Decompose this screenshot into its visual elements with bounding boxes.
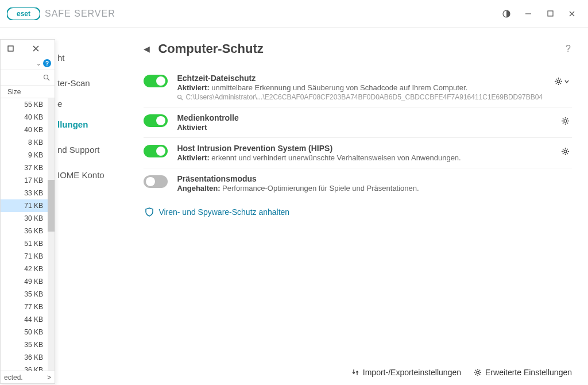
row-gear-button[interactable] <box>559 114 572 128</box>
explorer-list-item[interactable]: 49 KB <box>1 275 48 288</box>
explorer-list-item[interactable]: 36 KB <box>1 351 48 364</box>
svg-text:eset: eset <box>17 10 30 18</box>
explorer-list-item[interactable]: 33 KB <box>1 187 48 199</box>
explorer-list-item[interactable]: 37 KB <box>1 161 48 174</box>
help-button[interactable]: ? <box>566 44 571 54</box>
toggle-switch[interactable] <box>144 75 168 87</box>
svg-point-11 <box>564 150 567 153</box>
toggle-switch[interactable] <box>144 145 168 157</box>
setting-row: Host Intrusion Prevention System (HIPS)A… <box>144 138 572 168</box>
content: ◀ Computer-Schutz ? Echtzeit-Dateischutz… <box>127 28 588 385</box>
explorer-list-item[interactable]: 30 KB <box>1 212 48 225</box>
explorer-list-item[interactable]: 36 KB <box>1 364 48 371</box>
explorer-statusbar: ected. > <box>1 371 55 383</box>
explorer-list-item[interactable]: 50 KB <box>1 326 48 338</box>
row-title: Präsentationsmodus <box>177 174 572 183</box>
row-title: Echtzeit-Dateischutz <box>177 74 543 83</box>
explorer-list-item[interactable]: 44 KB <box>1 313 48 326</box>
explorer-list-item[interactable]: 35 KB <box>1 288 48 301</box>
gear-icon <box>474 368 482 376</box>
setting-row: MedienkontrolleAktiviert <box>144 107 572 138</box>
row-gear-button[interactable] <box>559 145 572 158</box>
contrast-icon[interactable] <box>502 9 511 18</box>
svg-point-10 <box>564 120 567 122</box>
scrollbar-thumb[interactable] <box>48 180 55 232</box>
explorer-list-item[interactable]: 35 KB <box>1 338 48 351</box>
explorer-list-item[interactable]: 77 KB <box>1 301 48 313</box>
explorer-list-item[interactable]: 42 KB <box>1 263 48 275</box>
explorer-list-item[interactable]: 40 KB <box>1 124 48 136</box>
app-logo: eset SAFE SERVER <box>7 7 115 20</box>
explorer-list-item[interactable]: 71 KB <box>1 199 48 212</box>
svg-point-12 <box>477 371 479 374</box>
svg-point-9 <box>557 80 560 83</box>
toggle-switch[interactable] <box>144 114 168 127</box>
page-title: Computer-Schutz <box>158 41 263 56</box>
import-export-button[interactable]: Import-/Exporteinstellungen <box>351 368 461 377</box>
explorer-list-item[interactable]: 40 KB <box>1 111 48 124</box>
explorer-help-icon[interactable]: ? <box>43 59 51 67</box>
explorer-search[interactable] <box>1 70 55 86</box>
row-desc: Angehalten: Performance-Optimierungen fü… <box>177 184 572 192</box>
shield-icon <box>145 207 154 217</box>
row-gear-button[interactable] <box>552 75 572 88</box>
svg-point-16 <box>44 75 48 79</box>
explorer-list-item[interactable]: 71 KB <box>1 250 48 263</box>
row-title: Medienkontrolle <box>177 113 550 122</box>
toggle-switch[interactable] <box>144 175 168 188</box>
app-name: SAFE SERVER <box>45 9 115 19</box>
explorer-list-item[interactable]: 55 KB <box>1 98 48 111</box>
explorer-restore-icon[interactable] <box>6 44 14 52</box>
back-button[interactable]: ◀ <box>144 44 150 53</box>
scrollbar-track[interactable] <box>48 98 55 371</box>
explorer-list: 55 KB40 KB40 KB8 KB9 KB37 KB17 KB33 KB71… <box>1 98 55 371</box>
setting-row: Echtzeit-DateischutzAktiviert: unmittelb… <box>144 68 572 107</box>
explorer-close-icon[interactable] <box>32 44 40 52</box>
import-export-icon <box>351 368 359 376</box>
advanced-settings-button[interactable]: Erweiterte Einstellungen <box>474 368 572 377</box>
explorer-list-item[interactable]: 9 KB <box>1 149 48 161</box>
explorer-list-item[interactable]: 17 KB <box>1 174 48 187</box>
titlebar: eset SAFE SERVER <box>0 0 588 28</box>
eset-logo-icon: eset <box>7 7 40 20</box>
svg-line-17 <box>48 79 49 80</box>
explorer-list-item[interactable]: 36 KB <box>1 225 48 237</box>
close-button[interactable] <box>567 9 577 18</box>
row-desc: Aktiviert <box>177 123 550 132</box>
svg-point-7 <box>178 95 181 98</box>
window-controls <box>502 9 581 18</box>
row-path: C:\Users\Administrator\...\E2C6CBAF0AF08… <box>177 93 543 101</box>
row-title: Host Intrusion Prevention System (HIPS) <box>177 144 550 153</box>
search-icon <box>43 74 50 81</box>
svg-rect-13 <box>8 46 13 51</box>
footer: Import-/Exporteinstellungen Erweiterte E… <box>144 361 572 385</box>
maximize-button[interactable] <box>546 9 555 18</box>
explorer-column-header[interactable]: Size <box>1 86 55 98</box>
chevron-down-icon[interactable]: ⌄ <box>36 60 41 67</box>
minimize-button[interactable] <box>524 9 533 18</box>
row-desc: Aktiviert: unmittelbare Erkennung und Sä… <box>177 83 543 92</box>
setting-row: PräsentationsmodusAngehalten: Performanc… <box>144 168 572 198</box>
explorer-list-item[interactable]: 8 KB <box>1 136 48 149</box>
svg-rect-4 <box>548 11 553 16</box>
explorer-window: ⌄ ? Size 55 KB40 KB40 KB8 KB9 KB37 KB17 … <box>0 39 55 384</box>
pause-protection-link[interactable]: Viren- und Spyware-Schutz anhalten <box>144 207 572 217</box>
svg-line-8 <box>181 98 183 100</box>
row-desc: Aktiviert: erkennt und verhindert unerwü… <box>177 153 550 162</box>
explorer-list-item[interactable]: 51 KB <box>1 237 48 250</box>
explorer-scroll-right[interactable]: > <box>47 374 51 382</box>
